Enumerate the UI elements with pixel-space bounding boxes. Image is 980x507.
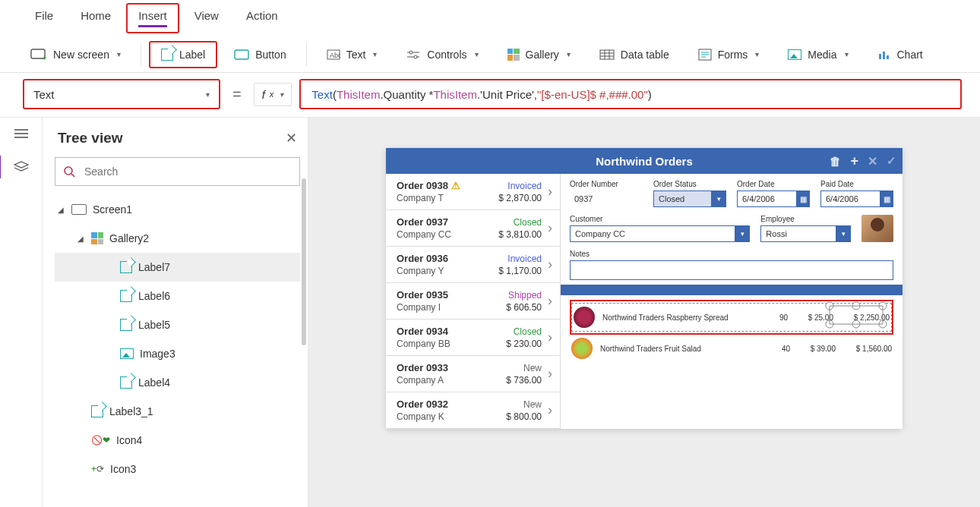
order-list[interactable]: Order 0938 ⚠Company T Invoiced$ 2,870.00…: [386, 174, 561, 429]
label-icon: [161, 49, 173, 61]
svg-line-26: [71, 174, 74, 177]
orderdate-picker[interactable]: 6/4/2006▦: [737, 191, 810, 207]
insert-gallery-label: Gallery: [526, 49, 559, 61]
tree-search-input[interactable]: [83, 165, 292, 178]
line-item-price: $ 39.00: [798, 345, 836, 353]
svg-rect-19: [883, 52, 885, 59]
confirm-icon[interactable]: ✓: [887, 154, 896, 168]
add-icon[interactable]: +: [850, 153, 858, 169]
order-detail: Order Number0937 Order StatusClosed▾ Ord…: [561, 174, 903, 429]
insert-text-button[interactable]: Abc Text▾: [315, 41, 390, 68]
customer-dropdown[interactable]: Company CC▾: [570, 225, 750, 242]
label-orderdate: Order Date: [737, 180, 810, 188]
menu-action[interactable]: Action: [234, 3, 290, 28]
line-item-total: $ 1,560.00: [843, 345, 892, 353]
tree-node-label4[interactable]: Label4: [55, 368, 300, 397]
insert-text-label: Text: [346, 49, 366, 61]
menu-home[interactable]: Home: [68, 3, 123, 28]
tree-search[interactable]: [55, 157, 300, 186]
new-screen-button[interactable]: + New screen▾: [18, 41, 133, 68]
tree-node-gallery2[interactable]: ◢Gallery2: [55, 224, 300, 253]
svg-rect-18: [879, 54, 881, 59]
insert-media-button[interactable]: Media▾: [776, 41, 860, 68]
product-thumb: [571, 338, 593, 359]
line-item-qty: 90: [757, 313, 788, 322]
image-icon: [120, 348, 134, 359]
order-row[interactable]: Order 0937Company CC Closed$ 3,810.00 ›: [386, 210, 560, 247]
tree-scrollbar[interactable]: [302, 178, 306, 345]
search-icon: [63, 165, 75, 178]
chevron-down-icon: ▾: [567, 50, 571, 58]
insert-controls-button[interactable]: Controls▾: [394, 41, 490, 68]
formula-input[interactable]: Text( ThisItem.Quantity * ThisItem.'Unit…: [299, 79, 962, 109]
tree-node-label3-1[interactable]: Label3_1: [55, 397, 300, 426]
notes-input[interactable]: [570, 260, 893, 280]
canvas[interactable]: Northwind Orders 🗑 + ✕ ✓ Order 0938 ⚠Com…: [308, 118, 980, 507]
rail-hamburger[interactable]: [11, 125, 32, 142]
paiddate-picker[interactable]: 6/4/2006▦: [820, 191, 893, 207]
equals-sign: =: [228, 86, 246, 103]
app-preview: Northwind Orders 🗑 + ✕ ✓ Order 0938 ⚠Com…: [386, 148, 903, 429]
tree-node-label7[interactable]: Label7: [55, 253, 300, 282]
line-item-selected-frame[interactable]: Northwind Traders Raspberry Spread 90 $ …: [570, 300, 893, 335]
button-icon: [234, 49, 249, 60]
order-row[interactable]: Order 0932Company K New$ 800.00 ›: [386, 392, 560, 429]
layers-icon: [14, 161, 29, 173]
insert-forms-button[interactable]: Forms▾: [686, 41, 772, 68]
tree-node-label6[interactable]: Label6: [55, 282, 300, 310]
cancel-icon[interactable]: ✕: [868, 154, 877, 168]
fx-button[interactable]: fx▾: [254, 83, 292, 106]
order-row[interactable]: Order 0938 ⚠Company T Invoiced$ 2,870.00…: [386, 174, 560, 210]
insert-gallery-button[interactable]: Gallery▾: [495, 41, 583, 68]
chevron-down-icon: ▾: [475, 50, 479, 58]
menu-file[interactable]: File: [23, 3, 65, 28]
insert-chart-button[interactable]: Chart: [865, 41, 935, 68]
svg-point-6: [409, 51, 413, 54]
svg-rect-20: [887, 55, 889, 59]
selection-handles[interactable]: [822, 300, 890, 330]
tree-node-image3[interactable]: Image3: [55, 339, 300, 368]
order-row[interactable]: Order 0934Company BB Closed$ 230.00 ›: [386, 320, 560, 356]
label-customer: Customer: [570, 215, 750, 223]
chevron-down-icon: ▾: [280, 90, 283, 99]
employee-dropdown[interactable]: Rossi▾: [760, 225, 851, 242]
icon-icon: +⟳: [91, 464, 104, 474]
tree-node-icon4[interactable]: 🚫❤Icon4: [55, 426, 300, 455]
label-icon: [91, 405, 103, 417]
close-panel-button[interactable]: ✕: [286, 130, 297, 146]
line-item[interactable]: Northwind Traders Fruit Salad 40 $ 39.00…: [570, 335, 893, 362]
tree-node-icon3[interactable]: +⟳Icon3: [55, 455, 300, 483]
insert-button-button[interactable]: Button: [222, 41, 298, 68]
section-divider: [561, 285, 903, 295]
property-selector[interactable]: Text ▾: [23, 79, 220, 109]
chevron-down-icon: ▾: [206, 90, 210, 99]
tree-node-label5[interactable]: Label5: [55, 310, 300, 339]
order-row[interactable]: Order 0933Company A New$ 736.00 ›: [386, 356, 560, 392]
order-row[interactable]: Order 0936Company Y Invoiced$ 1,170.00 ›: [386, 247, 560, 283]
line-item-qty: 40: [760, 345, 790, 353]
svg-point-8: [414, 55, 417, 58]
formula-bar: Text ▾ = fx▾ Text( ThisItem.Quantity * T…: [0, 73, 980, 118]
sliders-icon: [406, 49, 421, 60]
chevron-down-icon: ▾: [373, 50, 377, 58]
menu-view[interactable]: View: [182, 3, 231, 28]
status-dropdown[interactable]: Closed▾: [653, 191, 726, 207]
menu-insert[interactable]: Insert: [126, 3, 179, 33]
tree-node-screen1[interactable]: ◢Screen1: [55, 195, 300, 224]
insert-label-button[interactable]: Label: [149, 41, 217, 68]
line-items-gallery[interactable]: Northwind Traders Raspberry Spread 90 $ …: [570, 300, 893, 362]
chevron-down-icon: ▾: [755, 50, 759, 58]
product-thumb: [574, 307, 595, 328]
line-item-name: Northwind Traders Raspberry Spread: [602, 313, 750, 322]
insert-controls-label: Controls: [427, 49, 466, 61]
label-ordernum: Order Number: [570, 180, 643, 188]
label-icon: [120, 261, 132, 273]
tree-view-panel: Tree view ✕ ◢Screen1 ◢Gallery2 Label7 La…: [43, 118, 308, 507]
delete-icon[interactable]: 🗑: [830, 155, 841, 168]
left-rail: [0, 118, 43, 507]
rail-tree-view[interactable]: [11, 159, 32, 175]
insert-media-label: Media: [808, 49, 836, 61]
order-row[interactable]: Order 0935Company I Shipped$ 606.50 ›: [386, 283, 560, 320]
insert-datatable-button[interactable]: Data table: [587, 41, 681, 68]
property-selector-value: Text: [33, 88, 55, 101]
